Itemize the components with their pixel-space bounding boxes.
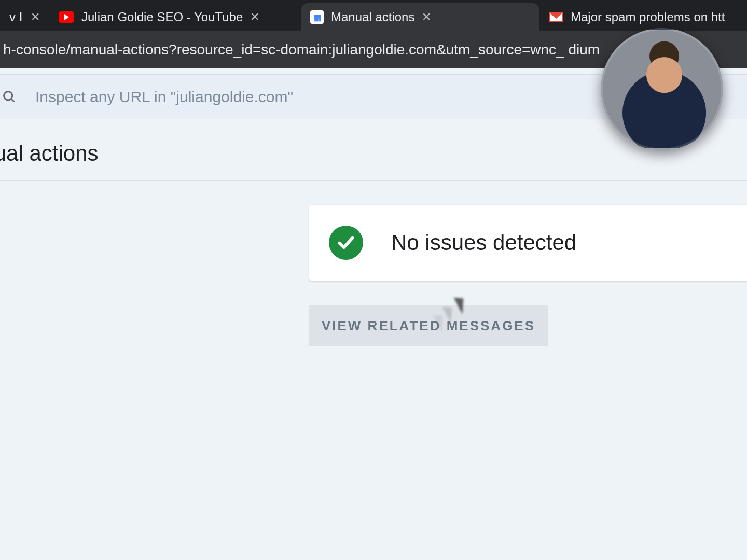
inspect-url-input[interactable] [35,88,502,106]
browser-tab[interactable]: Julian Goldie SEO - YouTube ✕ [49,3,301,31]
svg-point-0 [4,91,12,100]
browser-tab[interactable]: Major spam problems on htt [540,3,747,31]
svg-line-1 [11,99,15,102]
browser-tab-active[interactable]: ▦ Manual actions ✕ [301,3,540,31]
status-card: No issues detected [309,205,747,281]
search-icon [2,90,17,104]
main-content: No issues detected VIEW RELATED MESSAGES [0,181,747,346]
youtube-icon [59,11,74,23]
webcam-overlay [601,28,723,150]
tab-label: Julian Goldie SEO - YouTube [81,10,243,24]
close-icon[interactable]: ✕ [422,11,431,23]
search-console-icon: ▦ [310,10,324,24]
close-icon[interactable]: ✕ [250,11,259,23]
tab-label: v I ( [9,10,23,24]
url-text: h-console/manual-actions?resource_id=sc-… [3,41,600,58]
view-related-messages-button[interactable]: VIEW RELATED MESSAGES [309,305,548,346]
gmail-icon [549,12,563,22]
close-icon[interactable]: ✕ [31,11,40,23]
tab-label: Manual actions [331,10,414,24]
tab-label: Major spam problems on htt [571,10,725,24]
status-message: No issues detected [391,230,576,255]
browser-tab[interactable]: v I ( ✕ [0,3,49,31]
page-title: anual actions [0,141,747,166]
check-circle-icon [329,226,363,260]
browser-tab-strip: v I ( ✕ Julian Goldie SEO - YouTube ✕ ▦ … [0,0,747,31]
